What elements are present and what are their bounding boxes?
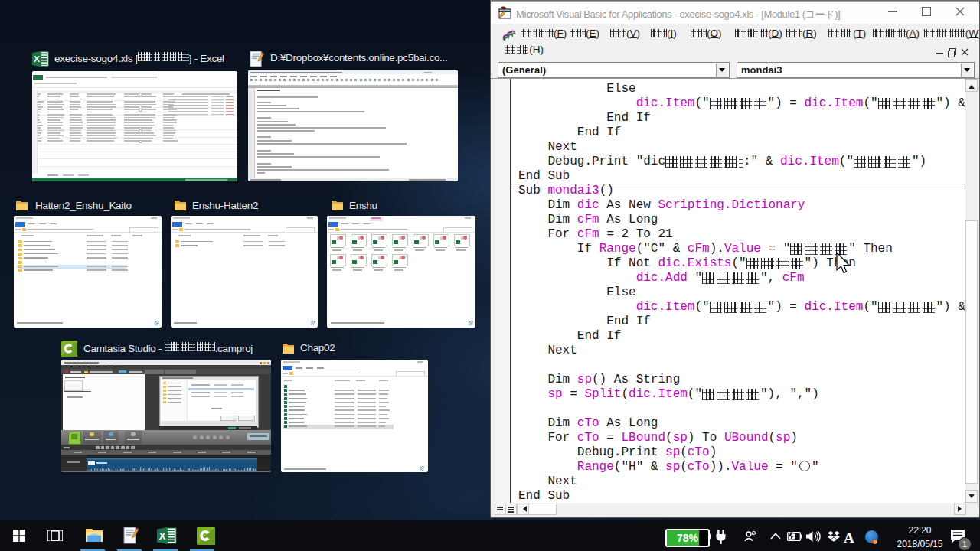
svg-text:X: X — [159, 530, 166, 542]
svg-text:X: X — [34, 54, 40, 64]
